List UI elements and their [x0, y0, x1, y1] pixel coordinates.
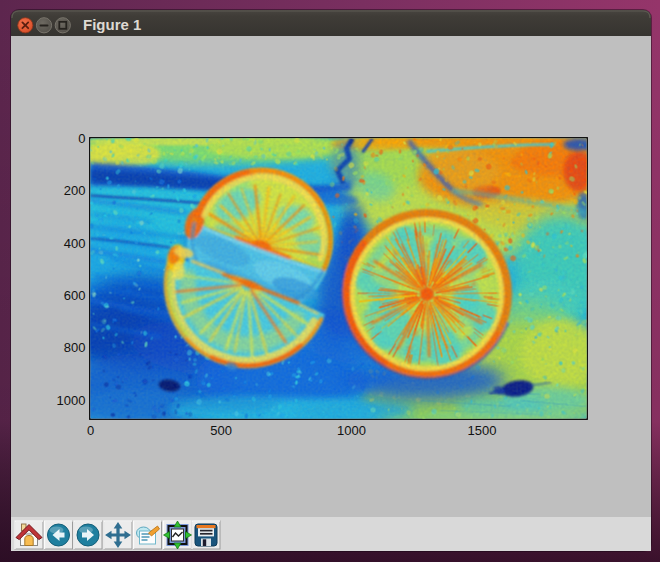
svg-text:1500: 1500 [468, 423, 497, 438]
svg-text:0: 0 [87, 423, 94, 438]
svg-text:800: 800 [64, 340, 86, 355]
svg-text:Figure 1: Figure 1 [83, 16, 141, 33]
svg-text:600: 600 [64, 288, 86, 303]
svg-text:200: 200 [64, 183, 86, 198]
svg-text:1000: 1000 [337, 423, 366, 438]
svg-text:1000: 1000 [57, 393, 86, 408]
svg-text:500: 500 [210, 423, 232, 438]
svg-text:0: 0 [78, 131, 85, 146]
svg-text:400: 400 [64, 236, 86, 251]
